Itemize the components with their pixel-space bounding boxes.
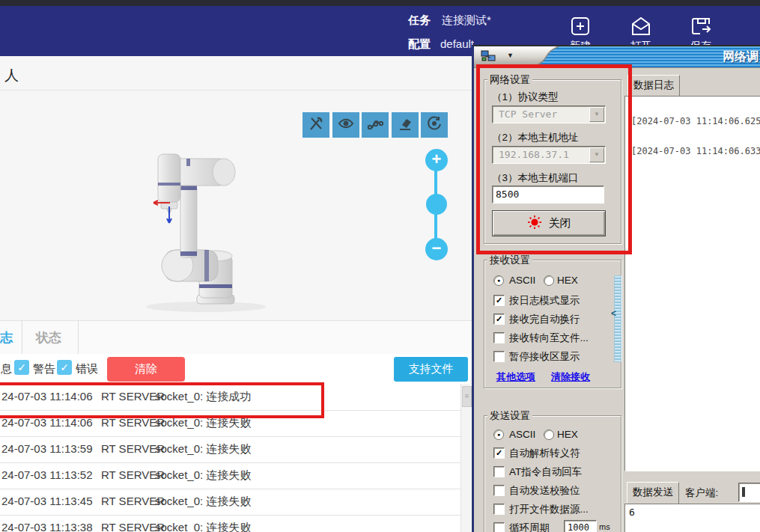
- recv-option-checkbox[interactable]: ✓: [493, 314, 505, 325]
- send-hex-label: HEX: [557, 429, 578, 440]
- task-label: 任务: [408, 13, 431, 28]
- send-option-checkbox[interactable]: [493, 466, 505, 477]
- receive-settings-group: 接收设置 ● ASCII HEX ✓ 按日志模式显示 ✓ 接收完自动换行 接收转…: [484, 260, 621, 388]
- error-checkbox[interactable]: ✓: [57, 360, 72, 375]
- log-row[interactable]: 24-07-03 11:14:06 RT SERVER socket_0: 连接…: [0, 384, 460, 411]
- send-hex-radio[interactable]: [544, 429, 554, 440]
- recv-option-checkbox[interactable]: [493, 332, 505, 343]
- log-row[interactable]: 24-07-03 11:13:45 RT SERVER socket_0: 连接…: [0, 489, 460, 516]
- log-time: 24-07-03 11:13:45: [1, 495, 93, 507]
- recv-ascii-label: ASCII: [509, 275, 535, 286]
- log-message: socket_0: 连接失败: [155, 416, 251, 430]
- config-label: 配置: [408, 37, 431, 52]
- recv-option-label: 接收转向至文件...: [509, 331, 589, 345]
- warning-label: 警告: [33, 362, 55, 376]
- new-file-icon: [556, 15, 604, 37]
- tab-divider: [22, 320, 22, 354]
- log-row[interactable]: 24-07-03 11:13:52 RT SERVER socket_0: 连接…: [0, 462, 460, 489]
- log-time: 24-07-03 11:14:06: [1, 390, 93, 403]
- recv-option-checkbox[interactable]: [493, 351, 505, 362]
- support-file-button[interactable]: 支持文件: [394, 357, 468, 382]
- send-settings-group: 发送设置 ● ASCII HEX ✓ 自动解析转义符 AT指令自动回车 自动发送…: [484, 415, 621, 532]
- robot-3d-view[interactable]: [131, 129, 311, 319]
- dropdown-arrow-icon[interactable]: ▼: [589, 107, 604, 122]
- window-top-strip: [0, 0, 760, 6]
- send-settings-title: 发送设置: [487, 409, 532, 423]
- warning-checkbox[interactable]: ✓: [14, 360, 29, 375]
- host-port-label: （3）本地主机端口: [492, 171, 579, 185]
- host-port-input[interactable]: 8500: [492, 186, 604, 204]
- log-message: socket_0: 连接失败: [155, 468, 251, 483]
- view-eraser-button[interactable]: [392, 112, 419, 138]
- clear-log-button[interactable]: 清除: [107, 357, 185, 382]
- protocol-type-dropdown[interactable]: TCP Server ▼: [492, 106, 606, 123]
- clear-receive-link[interactable]: 清除接收: [551, 370, 590, 384]
- view-visibility-button[interactable]: [332, 112, 359, 138]
- netassist-titlebar[interactable]: ▼ 网络调: [474, 46, 760, 68]
- log-message: socket_0: 连接成功: [155, 390, 251, 404]
- collapse-arrow-icon[interactable]: <: [611, 308, 616, 319]
- tab-data-send[interactable]: 数据发送: [627, 482, 679, 504]
- filter-message-label: 息: [1, 362, 12, 376]
- send-option-checkbox[interactable]: [493, 504, 505, 515]
- send-data-value: 6: [629, 507, 635, 518]
- send-option-checkbox[interactable]: [493, 522, 505, 532]
- other-options-link[interactable]: 其他选项: [496, 370, 535, 384]
- send-ascii-radio[interactable]: ●: [493, 429, 504, 440]
- send-data-textarea[interactable]: 6: [624, 504, 760, 532]
- connection-status-icon: [527, 215, 542, 232]
- send-option-checkbox[interactable]: ✓: [493, 447, 505, 459]
- recv-option-label: 暂停接收区显示: [509, 350, 580, 364]
- host-address-value: 192.168.37.1: [499, 149, 569, 160]
- network-icon: [481, 50, 496, 66]
- send-option-label: 循环周期: [509, 522, 550, 532]
- task-value: 连接测试*: [442, 13, 491, 28]
- recv-hex-radio[interactable]: [544, 275, 554, 286]
- config-value: default: [440, 37, 474, 50]
- log-time: 24-07-03 11:13:59: [1, 442, 93, 455]
- log-message: socket_0: 连接失败: [155, 495, 251, 509]
- log-message: socket_0: 连接失败: [155, 521, 251, 532]
- view-tools-button[interactable]: [303, 112, 329, 138]
- rotate-icon: [426, 115, 443, 135]
- log-row[interactable]: 24-07-03 11:14:06 RT SERVER socket_0: 连接…: [0, 410, 460, 437]
- client-dropdown-partial-text: [742, 487, 745, 497]
- tab-log[interactable]: 志: [0, 329, 13, 346]
- data-log-entry: [2024-07-03 11:14:06.625: [631, 116, 760, 126]
- data-log-area[interactable]: [2024-07-03 11:14:06.625 [2024-07-03 11:…: [624, 96, 760, 471]
- panel-collapse-handle[interactable]: [614, 275, 621, 362]
- tab-data-log[interactable]: 数据日志: [627, 75, 680, 97]
- path-icon: [367, 115, 383, 135]
- view-rotate-button[interactable]: [421, 112, 448, 138]
- send-option-label: 自动解析转义符: [509, 447, 580, 460]
- host-address-label: （2）本地主机地址: [492, 131, 579, 144]
- log-row[interactable]: 24-07-03 11:13:38 RT SERVER socket_0: 连接…: [0, 515, 460, 532]
- cycle-period-input[interactable]: 1000: [564, 520, 597, 532]
- send-option-checkbox[interactable]: [493, 485, 505, 496]
- client-dropdown[interactable]: [738, 483, 760, 502]
- log-scrollbar-thumb[interactable]: ≡: [462, 386, 472, 407]
- titlebar-menu-caret[interactable]: ▼: [507, 52, 514, 59]
- send-option-label: AT指令自动回车: [509, 465, 582, 479]
- zoom-slider-handle[interactable]: [426, 194, 447, 215]
- send-ascii-label: ASCII: [509, 429, 535, 440]
- log-time: 24-07-03 11:13:38: [1, 521, 93, 532]
- close-connection-button[interactable]: 关闭: [492, 210, 606, 236]
- tab-status[interactable]: 状态: [36, 329, 61, 346]
- log-scrollbar[interactable]: ≡: [460, 384, 471, 532]
- tools-icon: [308, 115, 324, 135]
- zoom-out-button[interactable]: −: [425, 238, 448, 260]
- view-path-button[interactable]: [362, 112, 389, 138]
- log-row[interactable]: 24-07-03 11:13:59 RT SERVER socket_0: 连接…: [0, 436, 460, 463]
- zoom-in-button[interactable]: +: [425, 149, 448, 171]
- tab-divider: [78, 320, 79, 354]
- protocol-type-label: （1）协议类型: [492, 91, 559, 104]
- host-port-value: 8500: [496, 189, 519, 200]
- receive-settings-title: 接收设置: [487, 254, 532, 267]
- recv-ascii-radio[interactable]: ●: [493, 275, 504, 286]
- host-address-dropdown[interactable]: 192.168.37.1 ▼: [492, 146, 606, 164]
- recv-option-label: 接收完自动换行: [509, 313, 580, 326]
- error-label: 错误: [76, 362, 98, 376]
- recv-option-checkbox[interactable]: ✓: [493, 295, 505, 306]
- dropdown-arrow-icon[interactable]: ▼: [589, 147, 604, 162]
